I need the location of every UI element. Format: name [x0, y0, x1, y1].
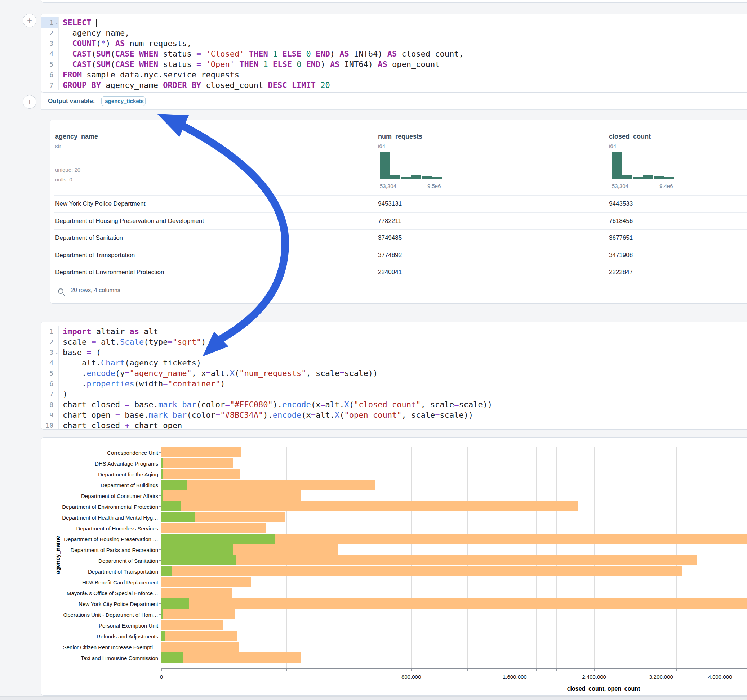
python-cell-editor[interactable]: 1import altair as alt2scale = alt.Scale(… [41, 321, 747, 430]
x-tick [629, 669, 629, 671]
x-tick [378, 669, 378, 671]
table-cell: 2222847 [609, 269, 633, 276]
x-axis-label: 3,200,000 [649, 674, 673, 680]
sql-cell-editor[interactable]: 1⌄SELECT 2 agency_name,3 COUNT(*) AS num… [41, 14, 747, 92]
code-text: alt.Chart(agency_tickets) [59, 358, 201, 368]
python-code: 1import altair as alt2scale = alt.Scale(… [41, 326, 747, 430]
closed_count-bar [162, 490, 301, 501]
code-text: chart_closed = base.mark_bar(color="#FFC… [59, 399, 492, 410]
x-tick [594, 669, 594, 671]
line-number: 5 [41, 59, 59, 69]
histogram-bar [422, 177, 432, 180]
y-tick [159, 528, 162, 528]
x-tick [441, 669, 441, 671]
code-line: 5 CAST(SUM(CASE WHEN status = 'Open' THE… [41, 59, 747, 69]
code-text: COUNT(*) AS num_requests, [59, 38, 192, 48]
x-tick [706, 669, 706, 671]
table-row: Department of Transportation377489234719… [54, 247, 747, 264]
code-line: 4 CAST(SUM(CASE WHEN status = 'Closed' T… [41, 48, 747, 59]
x-tick [612, 669, 612, 671]
code-line: 3⌄base = ( [41, 347, 747, 358]
open_count-bar [162, 609, 163, 619]
collapse-chevron-icon[interactable]: ⌄ [56, 17, 58, 28]
column-dtype: str [55, 143, 61, 149]
x-tick [645, 669, 646, 671]
y-tick [159, 647, 162, 647]
table-cell: Department of Sanitation [55, 234, 123, 241]
y-tick [159, 625, 162, 626]
table-row: Department of Sanitation37494853677651 [54, 229, 747, 247]
search-icon[interactable] [58, 288, 64, 294]
closed_count-bar [162, 642, 239, 652]
chart-bar-row [162, 599, 747, 608]
column-header[interactable]: agency_name [55, 133, 98, 140]
y-tick [159, 571, 162, 572]
y-tick [159, 506, 162, 507]
chart-bar-row [162, 534, 747, 544]
table-row: New York City Police Department945313194… [54, 195, 747, 213]
code-text: SELECT [59, 17, 97, 28]
code-text: scale = alt.Scale(type="sqrt") [59, 337, 206, 347]
x-tick [411, 669, 411, 671]
x-tick [492, 669, 492, 671]
x-tick [536, 669, 537, 671]
line-number: 9 [41, 410, 59, 420]
x-tick [720, 669, 720, 671]
open_count-bar [162, 555, 236, 565]
column-histogram [612, 152, 674, 180]
y-tick [159, 658, 162, 658]
histogram-bar [664, 177, 674, 180]
y-axis-label: Senior Citizen Rent Increase Exempti… [50, 644, 158, 650]
histogram-min-label: 53,304 [612, 183, 628, 189]
y-tick [159, 474, 162, 474]
y-axis-label: Mayorâ€ s Office of Special Enforce… [50, 590, 158, 596]
table-cell: 3677651 [609, 234, 633, 241]
code-text: chart_closed + chart_open [59, 420, 182, 430]
y-tick [159, 495, 162, 496]
y-tick [159, 603, 162, 604]
y-tick [159, 614, 162, 615]
chart-bar-row [162, 469, 747, 479]
chart-bar-row [162, 458, 747, 468]
open_count-bar [162, 545, 233, 555]
table-cell: New York City Police Department [55, 200, 145, 207]
closed_count-bar [162, 469, 240, 479]
x-tick [676, 669, 677, 671]
code-line: 7GROUP BY agency_name ORDER BY closed_co… [41, 80, 747, 91]
closed_count-bar [162, 588, 232, 598]
table-row: Department of Environmental Protection22… [54, 264, 747, 281]
code-line: 1import altair as alt [41, 326, 747, 337]
y-axis-label: HRA Benefit Card Replacement [50, 579, 158, 585]
column-header[interactable]: num_requests [378, 133, 422, 140]
chart-bar-row [162, 490, 747, 501]
y-axis-label: Department of Sanitation [50, 558, 158, 564]
table-footer: 20 rows, 4 columns [50, 281, 747, 303]
open_count-bar [162, 534, 275, 544]
output-variable-input[interactable]: agency_tickets [101, 96, 145, 106]
chart-bar-row [162, 577, 747, 587]
y-axis-label: Correspondence Unit [50, 450, 158, 456]
code-line: 6FROM sample_data.nyc.service_requests [41, 69, 747, 80]
table-cell: 7782211 [378, 217, 401, 225]
line-number: 8 [41, 399, 59, 410]
y-axis-label: New York City Police Department [50, 601, 158, 607]
code-line: 1⌄SELECT [41, 17, 747, 28]
add-cell-button[interactable]: + [23, 95, 36, 109]
table-cell: Department of Transportation [55, 252, 135, 259]
histogram-min-label: 53,304 [380, 183, 396, 189]
x-tick [556, 669, 557, 671]
x-tick [467, 669, 468, 671]
collapse-chevron-icon[interactable]: ⌄ [56, 347, 58, 358]
dataframe-preview: agency_namestrunique: 20nulls: 0num_requ… [50, 119, 747, 303]
chart-bar-row [162, 620, 747, 630]
x-tick [286, 669, 287, 671]
closed_count-bar [162, 620, 223, 630]
histogram-bar [633, 177, 643, 180]
y-axis-label: Department of Consumer Affairs [50, 493, 158, 499]
chart-bar-row [162, 447, 747, 457]
table-row: Department of Housing Preservation and D… [54, 213, 747, 230]
add-cell-button[interactable]: + [23, 14, 36, 27]
column-header[interactable]: closed_count [609, 133, 651, 140]
y-axis-label: Operations Unit - Department of Hom… [50, 612, 158, 618]
code-text: CAST(SUM(CASE WHEN status = 'Closed' THE… [59, 48, 464, 59]
